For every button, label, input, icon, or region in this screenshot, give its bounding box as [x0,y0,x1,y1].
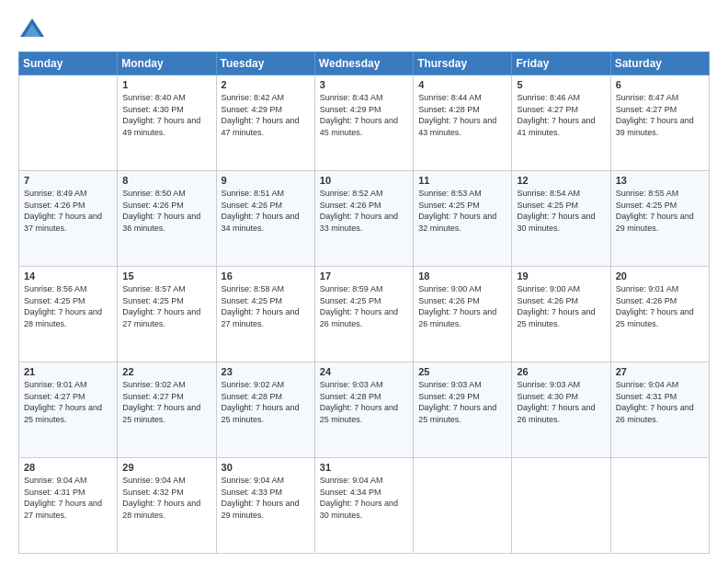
calendar-cell: 22Sunrise: 9:02 AMSunset: 4:27 PMDayligh… [118,362,216,458]
day-info: Sunrise: 9:03 AMSunset: 4:30 PMDaylight:… [517,379,605,425]
day-info: Sunrise: 9:02 AMSunset: 4:27 PMDaylight:… [122,379,210,425]
day-number: 11 [418,175,506,186]
day-info: Sunrise: 8:59 AMSunset: 4:25 PMDaylight:… [320,283,408,329]
day-number: 10 [320,175,408,186]
day-number: 3 [320,79,408,90]
calendar-table: SundayMondayTuesdayWednesdayThursdayFrid… [18,52,710,554]
day-info: Sunrise: 8:49 AMSunset: 4:26 PMDaylight:… [24,188,112,234]
day-number: 17 [320,270,408,282]
weekday-header-tuesday: Tuesday [216,52,314,75]
calendar-cell: 11Sunrise: 8:53 AMSunset: 4:25 PMDayligh… [414,171,512,267]
weekday-header-friday: Friday [512,52,610,75]
day-info: Sunrise: 8:44 AMSunset: 4:28 PMDaylight:… [418,92,506,138]
calendar-cell: 8Sunrise: 8:50 AMSunset: 4:26 PMDaylight… [118,171,216,267]
day-number: 29 [122,462,210,473]
day-info: Sunrise: 9:04 AMSunset: 4:33 PMDaylight:… [222,475,310,521]
day-number: 30 [222,462,310,473]
weekday-header-wednesday: Wednesday [314,52,413,75]
day-number: 2 [222,79,310,90]
day-info: Sunrise: 9:04 AMSunset: 4:31 PMDaylight:… [24,475,112,521]
day-info: Sunrise: 9:03 AMSunset: 4:28 PMDaylight:… [320,379,408,425]
logo-icon [18,17,46,44]
day-number: 25 [418,366,506,377]
day-info: Sunrise: 8:50 AMSunset: 4:26 PMDaylight:… [122,188,210,234]
calendar-cell: 2Sunrise: 8:42 AMSunset: 4:29 PMDaylight… [216,75,314,171]
logo [18,17,50,44]
day-number: 20 [616,270,704,282]
weekday-header-row: SundayMondayTuesdayWednesdayThursdayFrid… [19,52,710,75]
day-number: 31 [320,462,408,473]
calendar-cell: 31Sunrise: 9:04 AMSunset: 4:34 PMDayligh… [314,458,413,554]
day-number: 27 [616,366,704,377]
day-info: Sunrise: 8:54 AMSunset: 4:25 PMDaylight:… [517,188,605,234]
day-info: Sunrise: 9:02 AMSunset: 4:28 PMDaylight:… [222,379,310,425]
calendar-cell: 27Sunrise: 9:04 AMSunset: 4:31 PMDayligh… [610,362,709,458]
calendar-cell: 1Sunrise: 8:40 AMSunset: 4:30 PMDaylight… [118,75,216,171]
day-number: 1 [122,79,210,90]
day-info: Sunrise: 8:42 AMSunset: 4:29 PMDaylight:… [222,92,310,138]
day-info: Sunrise: 9:00 AMSunset: 4:26 PMDaylight:… [517,283,605,329]
day-info: Sunrise: 9:01 AMSunset: 4:26 PMDaylight:… [616,283,704,329]
day-info: Sunrise: 8:52 AMSunset: 4:26 PMDaylight:… [320,188,408,234]
calendar-cell: 19Sunrise: 9:00 AMSunset: 4:26 PMDayligh… [512,267,610,362]
calendar-cell: 4Sunrise: 8:44 AMSunset: 4:28 PMDaylight… [414,75,512,171]
week-row-4: 28Sunrise: 9:04 AMSunset: 4:31 PMDayligh… [19,458,710,554]
day-number: 5 [517,79,605,90]
day-info: Sunrise: 8:56 AMSunset: 4:25 PMDaylight:… [24,283,112,329]
calendar-cell: 6Sunrise: 8:47 AMSunset: 4:27 PMDaylight… [610,75,709,171]
calendar-cell [610,458,709,554]
calendar-cell: 21Sunrise: 9:01 AMSunset: 4:27 PMDayligh… [19,362,118,458]
day-info: Sunrise: 8:55 AMSunset: 4:25 PMDaylight:… [616,188,704,234]
day-info: Sunrise: 8:47 AMSunset: 4:27 PMDaylight:… [616,92,704,138]
calendar-cell: 17Sunrise: 8:59 AMSunset: 4:25 PMDayligh… [314,267,413,362]
day-number: 21 [24,366,112,377]
day-info: Sunrise: 8:51 AMSunset: 4:26 PMDaylight:… [222,188,310,234]
calendar-cell: 20Sunrise: 9:01 AMSunset: 4:26 PMDayligh… [610,267,709,362]
calendar-cell: 30Sunrise: 9:04 AMSunset: 4:33 PMDayligh… [216,458,314,554]
week-row-1: 7Sunrise: 8:49 AMSunset: 4:26 PMDaylight… [19,171,710,267]
calendar-cell: 10Sunrise: 8:52 AMSunset: 4:26 PMDayligh… [314,171,413,267]
calendar-cell: 26Sunrise: 9:03 AMSunset: 4:30 PMDayligh… [512,362,610,458]
day-info: Sunrise: 8:40 AMSunset: 4:30 PMDaylight:… [122,92,210,138]
day-info: Sunrise: 9:04 AMSunset: 4:34 PMDaylight:… [320,475,408,521]
calendar-cell: 15Sunrise: 8:57 AMSunset: 4:25 PMDayligh… [118,267,216,362]
calendar-cell: 13Sunrise: 8:55 AMSunset: 4:25 PMDayligh… [610,171,709,267]
weekday-header-sunday: Sunday [19,52,118,75]
week-row-2: 14Sunrise: 8:56 AMSunset: 4:25 PMDayligh… [19,267,710,362]
day-number: 14 [24,270,112,282]
calendar-cell: 5Sunrise: 8:46 AMSunset: 4:27 PMDaylight… [512,75,610,171]
day-number: 15 [122,270,210,282]
calendar-cell: 28Sunrise: 9:04 AMSunset: 4:31 PMDayligh… [19,458,118,554]
day-info: Sunrise: 8:46 AMSunset: 4:27 PMDaylight:… [517,92,605,138]
weekday-header-thursday: Thursday [414,52,512,75]
calendar-cell: 7Sunrise: 8:49 AMSunset: 4:26 PMDaylight… [19,171,118,267]
calendar-cell [19,75,118,171]
day-number: 13 [616,175,704,186]
day-info: Sunrise: 9:00 AMSunset: 4:26 PMDaylight:… [418,283,506,329]
day-number: 8 [122,175,210,186]
weekday-header-monday: Monday [118,52,216,75]
day-info: Sunrise: 9:04 AMSunset: 4:32 PMDaylight:… [122,475,210,521]
week-row-3: 21Sunrise: 9:01 AMSunset: 4:27 PMDayligh… [19,362,710,458]
day-number: 4 [418,79,506,90]
calendar-cell: 3Sunrise: 8:43 AMSunset: 4:29 PMDaylight… [314,75,413,171]
day-number: 23 [222,366,310,377]
calendar-cell: 25Sunrise: 9:03 AMSunset: 4:29 PMDayligh… [414,362,512,458]
day-info: Sunrise: 8:43 AMSunset: 4:29 PMDaylight:… [320,92,408,138]
calendar-cell: 23Sunrise: 9:02 AMSunset: 4:28 PMDayligh… [216,362,314,458]
day-number: 9 [222,175,310,186]
day-info: Sunrise: 9:01 AMSunset: 4:27 PMDaylight:… [24,379,112,425]
calendar-cell: 29Sunrise: 9:04 AMSunset: 4:32 PMDayligh… [118,458,216,554]
day-info: Sunrise: 8:57 AMSunset: 4:25 PMDaylight:… [122,283,210,329]
day-number: 24 [320,366,408,377]
calendar-cell: 16Sunrise: 8:58 AMSunset: 4:25 PMDayligh… [216,267,314,362]
day-number: 16 [222,270,310,282]
calendar-cell [414,458,512,554]
calendar-cell: 18Sunrise: 9:00 AMSunset: 4:26 PMDayligh… [414,267,512,362]
header [18,17,710,44]
day-info: Sunrise: 8:53 AMSunset: 4:25 PMDaylight:… [418,188,506,234]
day-number: 19 [517,270,605,282]
day-number: 26 [517,366,605,377]
week-row-0: 1Sunrise: 8:40 AMSunset: 4:30 PMDaylight… [19,75,710,171]
calendar-cell: 24Sunrise: 9:03 AMSunset: 4:28 PMDayligh… [314,362,413,458]
